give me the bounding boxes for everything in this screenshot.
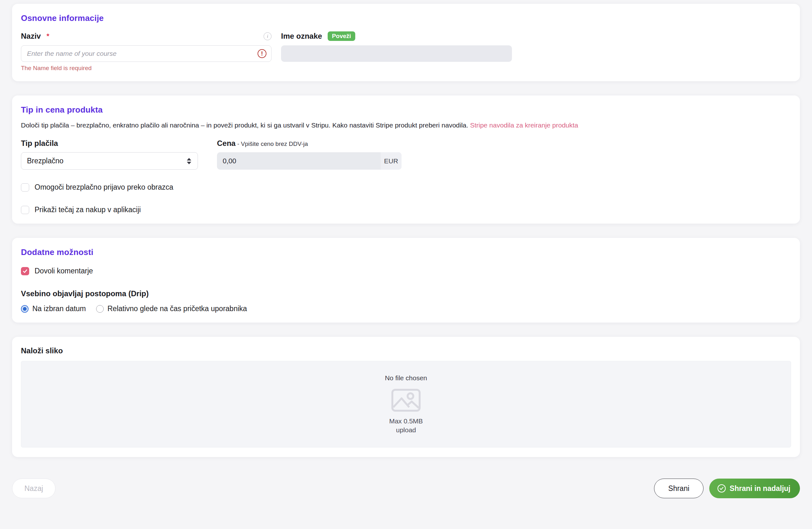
footer-actions: Nazaj Shrani Shrani in nadaljuj [12,479,800,498]
app-purchase-checkbox[interactable] [21,206,29,214]
course-name-input[interactable] [21,45,272,62]
required-asterisk: * [47,32,49,40]
save-and-continue-label: Shrani in nadaljuj [729,484,791,493]
payment-type-select[interactable]: Brezplačno [21,152,198,170]
save-and-continue-button[interactable]: Shrani in nadaljuj [709,479,800,498]
payment-type-selected-value: Brezplačno [27,157,63,165]
pricing-description: Določi tip plačila – brezplačno, enkratn… [21,120,791,130]
connect-badge[interactable]: Poveži [328,31,355,41]
comments-checkbox-row[interactable]: Dovoli komentarje [21,267,791,275]
currency-suffix: EUR [381,152,402,170]
radio-unselected-icon[interactable] [96,305,104,313]
app-purchase-label: Prikaži tečaj za nakup v aplikaciji [34,206,141,214]
radio-selected-icon[interactable] [21,305,29,313]
info-icon[interactable]: i [264,32,272,40]
drip-date-radio-label: Na izbran datum [32,305,86,313]
max-size-line1: Max 0.5MB [389,417,423,426]
basic-info-card: Osnovne informacije Naziv * i ! The Name… [12,4,800,81]
pricing-card: Tip in cena produkta Določi tip plačila … [12,95,800,224]
max-size-text: Max 0.5MB upload [389,417,423,435]
error-icon: ! [258,49,266,58]
comments-label: Dovoli komentarje [34,267,93,275]
name-error-message: The Name field is required [21,65,272,72]
select-arrows-icon [187,158,191,164]
image-placeholder-icon [391,389,421,413]
pricing-title: Tip in cena produkta [21,105,791,115]
drip-date-radio-option[interactable]: Na izbran datum [21,305,86,313]
price-input: 0,00 EUR [217,152,402,170]
free-signup-checkbox-row[interactable]: Omogoči brezplačno prijavo preko obrazca [21,183,791,192]
app-purchase-checkbox-row[interactable]: Prikaži tečaj za nakup v aplikaciji [21,206,791,214]
course-name-column: Naziv * i ! The Name field is required [21,31,272,72]
course-settings-page: Osnovne informacije Naziv * i ! The Name… [0,0,812,529]
price-label: Cena [217,139,236,147]
image-upload-card: Naloži sliko No file chosen Max 0.5MB up… [12,337,800,457]
price-hint: - Vpišite ceno brez DDV-ja [236,141,308,147]
drip-relative-radio-label: Relativno glede na čas pričetka uporabni… [107,305,247,313]
drip-relative-radio-option[interactable]: Relativno glede na čas pričetka uporabni… [96,305,247,313]
save-button[interactable]: Shrani [654,479,704,498]
free-signup-checkbox[interactable] [21,183,29,192]
stripe-guide-link[interactable]: Stripe navodila za kreiranje produkta [470,121,578,129]
payment-type-label: Tip plačila [21,139,198,148]
tag-name-input [281,45,512,62]
upload-title: Naloži sliko [21,346,791,355]
price-value: 0,00 [223,157,236,165]
check-icon [22,268,28,274]
extra-options-card: Dodatne možnosti Dovoli komentarje Vsebi… [12,238,800,323]
drip-label: Vsebino objavljaj postopoma (Drip) [21,289,791,298]
image-upload-dropzone[interactable]: No file chosen Max 0.5MB upload [21,361,791,447]
check-circle-icon [717,484,726,493]
extra-options-title: Dodatne možnosti [21,247,791,257]
basic-info-title: Osnovne informacije [21,13,791,23]
max-size-line2: upload [389,426,423,435]
tag-name-label: Ime oznake [281,32,322,41]
pricing-description-text: Določi tip plačila – brezplačno, enkratn… [21,121,470,129]
free-signup-label: Omogoči brezplačno prijavo preko obrazca [34,183,173,192]
back-button[interactable]: Nazaj [12,479,56,498]
comments-checkbox[interactable] [21,267,29,275]
course-name-label: Naziv [21,32,41,41]
no-file-chosen-text: No file chosen [385,374,427,382]
tag-name-column: Ime oznake Poveži [281,31,512,72]
